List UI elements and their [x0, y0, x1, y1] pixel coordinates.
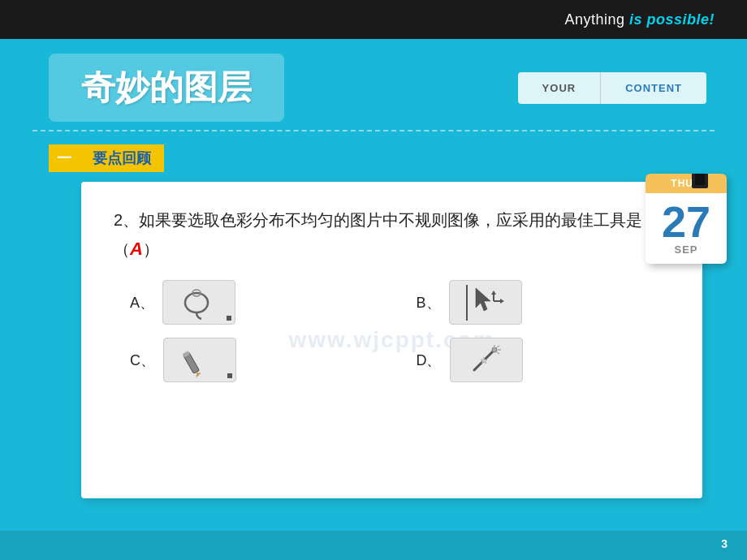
question-text: 2、如果要选取色彩分布不均匀的图片中不规则图像，应采用的最佳工具是（A）	[114, 206, 670, 264]
tab-your[interactable]: YOUR	[518, 72, 601, 104]
options-grid: A、 B、	[130, 280, 670, 382]
lasso-icon	[179, 285, 219, 321]
bottom-strip	[0, 531, 747, 560]
top-bar: Anything is possible!	[0, 0, 747, 39]
nav-tabs: YOUR CONTENT	[518, 72, 706, 104]
question-body: 如果要选取色彩分布不均匀的图片中不规则图像，应采用的最佳工具是（	[114, 211, 642, 258]
option-d-label: D、	[417, 351, 442, 370]
move-icon	[469, 285, 505, 321]
option-c-label: C、	[130, 351, 155, 370]
option-d: D、	[417, 338, 671, 382]
option-c: C、	[130, 338, 384, 382]
section-divider	[32, 130, 715, 131]
corner-dot-a	[227, 316, 231, 321]
svg-marker-6	[500, 299, 504, 304]
wand-icon	[466, 342, 507, 378]
option-a-label: A、	[130, 293, 154, 312]
page-number: 3	[721, 537, 728, 550]
top-bar-highlight: is possible!	[629, 11, 715, 28]
answer-highlight: A	[130, 239, 143, 259]
question-number: 2、	[114, 211, 139, 229]
option-a-image	[162, 280, 235, 325]
vline	[466, 285, 468, 321]
option-b-inner	[466, 285, 505, 321]
svg-line-16	[497, 346, 499, 347]
svg-marker-4	[476, 288, 490, 311]
option-a: A、	[130, 280, 384, 325]
top-bar-static: Anything	[564, 11, 629, 28]
svg-marker-8	[491, 291, 496, 295]
header-area: 奇妙的图层 YOUR CONTENT	[0, 39, 747, 130]
calendar-day: 27	[654, 200, 719, 243]
option-b: B、	[417, 280, 671, 325]
option-d-image	[450, 338, 523, 382]
corner-dot-c	[227, 373, 232, 378]
page-title: 奇妙的图层	[81, 65, 252, 110]
title-box: 奇妙的图层	[49, 54, 284, 122]
section-marker: 一	[49, 144, 80, 172]
calendar-body: 27 SEP	[646, 193, 727, 264]
question-closing: ）	[143, 240, 159, 258]
section-title: 要点回顾	[80, 144, 164, 172]
top-bar-text: Anything is possible!	[564, 11, 715, 28]
tab-content[interactable]: CONTENT	[600, 72, 706, 104]
option-b-label: B、	[417, 293, 441, 312]
binder-clip-icon	[685, 174, 715, 190]
calendar-widget: THUR 27 SEP	[646, 174, 727, 264]
option-b-image	[449, 280, 522, 325]
svg-line-17	[497, 352, 499, 354]
calendar-month: SEP	[654, 243, 719, 260]
option-c-image	[163, 338, 236, 382]
pencil-icon	[179, 342, 220, 378]
section-label: 一 要点回顾	[49, 144, 747, 172]
svg-rect-1	[695, 174, 705, 185]
content-card: www.wjcppt.com THUR 27 SEP 2、如果要选取色彩分布不均…	[81, 182, 702, 498]
